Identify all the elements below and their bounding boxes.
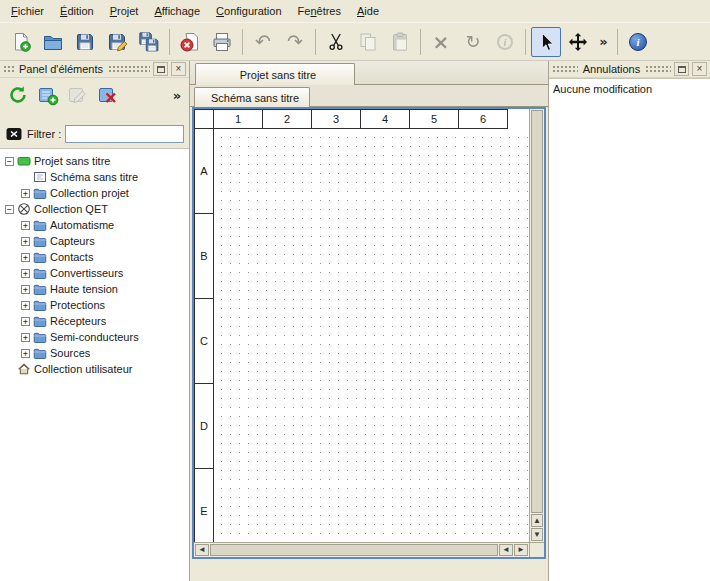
hscroll-thumb[interactable] (210, 544, 498, 556)
delete-button: × (426, 27, 456, 57)
project-icon (17, 154, 31, 168)
scroll-left-button-2[interactable]: ◄ (499, 544, 513, 556)
expander-plus-icon[interactable]: + (21, 253, 30, 262)
tree-item-protections[interactable]: +Protections (0, 297, 189, 313)
column-header-3: 3 (311, 109, 361, 129)
tree-item-projet-sans-titre[interactable]: −Projet sans titre (0, 153, 189, 169)
new-element-button[interactable] (34, 81, 62, 109)
tree-item-collection-qet[interactable]: −Collection QET (0, 201, 189, 217)
elements-panel-toolbar: » (0, 78, 189, 112)
clear-filter-icon (5, 125, 23, 143)
tree-item-capteurs[interactable]: +Capteurs (0, 233, 189, 249)
filter-input[interactable] (65, 125, 184, 143)
tree-item-recepteurs[interactable]: +Récepteurs (0, 313, 189, 329)
delete-element-button[interactable] (94, 81, 122, 109)
expander-plus-icon[interactable]: + (21, 349, 30, 358)
expander-plus-icon[interactable]: + (21, 221, 30, 230)
menu-affichage[interactable]: Affichage (146, 1, 208, 21)
diagram-canvas[interactable] (213, 129, 529, 542)
tree-item-collection-projet[interactable]: +Collection projet (0, 185, 189, 201)
clear-filter-button[interactable] (5, 125, 23, 143)
save-all-icon (138, 31, 160, 53)
menu-projet[interactable]: Projet (102, 1, 147, 21)
paste-button (385, 27, 415, 57)
scroll-left-button[interactable]: ◄ (195, 544, 209, 556)
select-mode-button[interactable] (531, 27, 561, 57)
elements-panel-titlebar[interactable]: Panel d'éléments × (0, 61, 189, 78)
folder-icon (33, 346, 47, 360)
header-corner-cell (194, 109, 214, 129)
tree-item-label: Récepteurs (50, 315, 106, 327)
tree-item-contacts[interactable]: +Contacts (0, 249, 189, 265)
diagram-scroll-area: 123456 ABCDE (194, 109, 529, 542)
expander-plus-icon[interactable]: + (21, 189, 30, 198)
undo-panel-titlebar[interactable]: Annulations × (549, 61, 710, 78)
drag-grip[interactable] (645, 65, 671, 74)
expander-plus-icon[interactable]: + (21, 285, 30, 294)
chevron-icon: » (599, 35, 607, 48)
save-all-button[interactable] (134, 27, 164, 57)
horizontal-scrollbar[interactable]: ◄ ◄ ► (194, 542, 529, 557)
drag-grip[interactable] (552, 65, 578, 74)
undo-list[interactable]: Aucune modification (549, 78, 710, 581)
menu-configuration[interactable]: Configuration (208, 1, 289, 21)
close-undo-panel-button[interactable]: × (692, 62, 707, 76)
expander-plus-icon[interactable]: + (21, 333, 30, 342)
print-button[interactable] (207, 27, 237, 57)
tree-item-label: Schéma sans titre (50, 171, 138, 183)
open-file-button[interactable] (38, 27, 68, 57)
tree-item-label: Automatisme (50, 219, 114, 231)
about-button[interactable]: i (623, 27, 653, 57)
menu-edition[interactable]: Édition (52, 1, 102, 21)
expander-minus-icon[interactable]: − (5, 157, 14, 166)
save-button[interactable] (70, 27, 100, 57)
scroll-right-button[interactable]: ► (514, 544, 528, 556)
save-as-icon (106, 31, 128, 53)
drag-grip[interactable] (108, 65, 150, 74)
vscroll-thumb[interactable] (531, 110, 543, 513)
float-undo-panel-button[interactable] (674, 62, 689, 76)
tree-item-sources[interactable]: +Sources (0, 345, 189, 361)
scroll-down-button[interactable]: ▼ (531, 528, 543, 541)
expander-plus-icon[interactable]: + (21, 269, 30, 278)
open-folder-icon (42, 31, 64, 53)
reload-collections-button[interactable] (4, 81, 32, 109)
expander-minus-icon[interactable]: − (5, 205, 14, 214)
toolbar-overflow-button[interactable]: » (595, 27, 612, 57)
expander-plus-icon[interactable]: + (21, 301, 30, 310)
menu-aide[interactable]: Aide (349, 1, 387, 21)
save-icon (74, 31, 96, 53)
scroll-up-button[interactable]: ▲ (531, 514, 543, 527)
tab-diagram[interactable]: Schéma sans titre (194, 87, 310, 107)
diagram-body: ABCDE (194, 129, 529, 542)
tree-item-haute-tension[interactable]: +Haute tension (0, 281, 189, 297)
tree-item-convertisseurs[interactable]: +Convertisseurs (0, 265, 189, 281)
column-headers: 123456 (214, 109, 508, 129)
vertical-scrollbar[interactable]: ▲ ▼ (529, 109, 544, 542)
save-as-button[interactable] (102, 27, 132, 57)
drag-grip[interactable] (3, 65, 14, 74)
cut-button[interactable] (321, 27, 351, 57)
close-file-button[interactable] (175, 27, 205, 57)
tree-item-label: Collection QET (34, 203, 108, 215)
close-panel-button[interactable]: × (171, 62, 186, 76)
pan-mode-button[interactable] (563, 27, 593, 57)
menu-fenetres[interactable]: Fenêtres (290, 1, 349, 21)
tree-item-semi-conducteurs[interactable]: +Semi-conducteurs (0, 329, 189, 345)
panel-overflow-button[interactable]: » (169, 81, 185, 109)
toolbar-separator (315, 29, 316, 55)
expander-plus-icon[interactable]: + (21, 317, 30, 326)
column-header-2: 2 (262, 109, 312, 129)
paste-icon (389, 31, 411, 53)
tree-item-schema-sans-titre[interactable]: Schéma sans titre (0, 169, 189, 185)
float-panel-button[interactable] (153, 62, 168, 76)
expander-plus-icon[interactable]: + (21, 237, 30, 246)
new-file-button[interactable] (6, 27, 36, 57)
elements-panel: Panel d'éléments × » Filtrer : −Projet s… (0, 61, 190, 581)
project-tab-bar: Projet sans titre (190, 61, 548, 85)
tree-item-automatisme[interactable]: +Automatisme (0, 217, 189, 233)
tree-item-collection-utilisateur[interactable]: Collection utilisateur (0, 361, 189, 377)
tab-project[interactable]: Projet sans titre (195, 63, 355, 85)
menu-fichier[interactable]: Fichier (3, 1, 52, 21)
undo-button: ↶ (248, 27, 278, 57)
